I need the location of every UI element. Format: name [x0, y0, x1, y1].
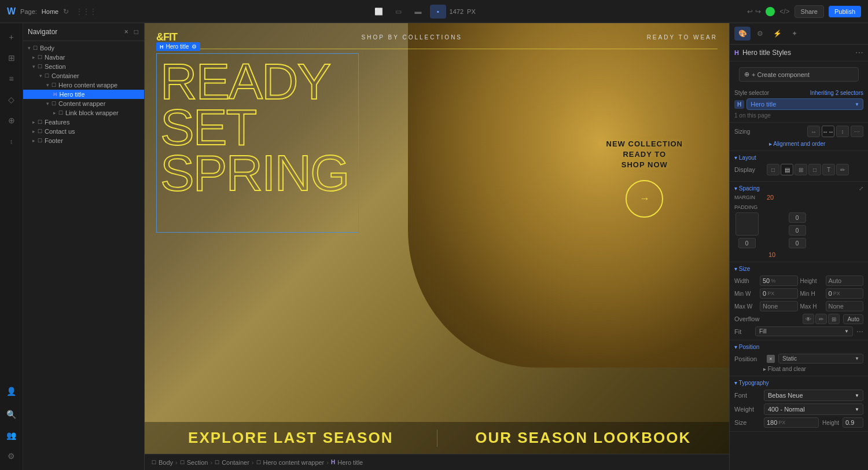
layout-toggle[interactable]: ▾ Layout — [734, 155, 756, 161]
add-element-icon[interactable]: + — [2, 28, 21, 46]
sizing-row: Sizing ↔ ↔↔ ↕ ⋯ — [734, 126, 863, 137]
size-btn-2[interactable]: ↔↔ — [822, 126, 834, 137]
share-button[interactable]: Share — [795, 5, 824, 18]
tree-item-contact[interactable]: ▸ ☐ Contact us — [23, 127, 144, 136]
margin-value[interactable]: 20 — [767, 194, 774, 201]
overflow-auto-value[interactable]: Auto — [843, 314, 863, 324]
viewport-mobile-landscape-btn[interactable]: ▬ — [410, 5, 426, 19]
typography-toggle[interactable]: ▾ Typography — [734, 380, 863, 386]
site-nav-right: READY TO WEAR — [647, 34, 718, 41]
tab-custom[interactable]: ✦ — [786, 27, 803, 41]
spacing-header: ▾ Spacing ⤢ — [734, 185, 863, 192]
interactions-icon[interactable]: ↕ — [2, 132, 21, 150]
components-icon[interactable]: ⊕ — [2, 111, 21, 130]
size-grid: Width 50 % Height Auto — [734, 276, 863, 286]
panel-header-more-icon[interactable]: ⋯ — [855, 48, 863, 57]
tree-item-section[interactable]: ▾ ☐ Section — [23, 62, 144, 71]
sizing-buttons: ↔ ↔↔ ↕ ⋯ — [807, 126, 863, 137]
viewport-mobile-btn[interactable]: ▪ — [430, 5, 446, 19]
height-input[interactable]: Auto — [826, 276, 864, 286]
max-h-input[interactable]: None — [826, 301, 864, 311]
display-inline-btn[interactable]: □ — [808, 164, 821, 175]
spacing-expand-icon[interactable]: ⤢ — [859, 185, 863, 192]
pages-icon[interactable]: ⊞ — [2, 49, 21, 67]
min-w-input[interactable]: 0 PX — [760, 288, 798, 299]
size-btn-3[interactable]: ↕ — [836, 126, 849, 137]
breadcrumb-hero-title[interactable]: H Hero title — [331, 459, 363, 466]
fit-dropdown[interactable]: Fill ▼ — [755, 326, 853, 336]
display-grid-btn[interactable]: ⊞ — [795, 164, 807, 175]
circle-button[interactable]: → — [626, 180, 663, 218]
tree-item-body[interactable]: ▾ ☐ Body — [23, 43, 144, 53]
padding-left-field[interactable]: 0 — [789, 225, 806, 236]
viewport-tablet-btn[interactable]: ▭ — [391, 5, 407, 19]
width-input[interactable]: 50 % — [760, 276, 798, 286]
display-none-btn[interactable]: ✏ — [836, 164, 849, 175]
size-toggle[interactable]: ▾ Size — [734, 266, 863, 272]
tree-item-hero-wrapper[interactable]: ▾ ☐ Hero content wrappe — [23, 80, 144, 90]
tree-label: Section — [45, 63, 66, 70]
tree-item-link-block[interactable]: ▸ ☐ Link block wrapper — [23, 108, 144, 118]
tree-item-navbar[interactable]: ▸ ☐ Navbar — [23, 53, 144, 62]
display-block-btn[interactable]: □ — [767, 164, 779, 175]
tree-item-container[interactable]: ▾ ☐ Container — [23, 71, 144, 80]
settings-icon[interactable]: ⚙ — [2, 447, 21, 465]
size-btn-1[interactable]: ↔ — [807, 126, 820, 137]
position-dropdown[interactable]: Static ▼ — [778, 354, 863, 363]
breadcrumb-container[interactable]: ☐ Container — [215, 459, 249, 466]
position-toggle[interactable]: ▾ Position — [734, 344, 863, 350]
create-component-button[interactable]: ⊕ + Create component — [739, 67, 859, 82]
assets-icon[interactable]: ◇ — [2, 90, 21, 109]
style-selector-dropdown[interactable]: Hero title ▼ — [746, 98, 863, 110]
position-clear-button[interactable]: × — [767, 355, 775, 363]
bottom-right-text: OUR SEASON LOOKBOOK — [437, 429, 730, 447]
inheriting-link[interactable]: Inheriting 2 selectors — [810, 90, 863, 96]
display-text-btn[interactable]: T — [822, 164, 835, 175]
breadcrumb-hero-wrapper[interactable]: ☐ Hero content wrapper — [256, 459, 325, 466]
tab-interactions[interactable]: ⚡ — [769, 27, 785, 41]
type-height-input[interactable]: 0.9 — [843, 417, 863, 428]
padding-top-field[interactable]: 0 — [789, 212, 806, 223]
display-flex-btn[interactable]: ▤ — [781, 164, 793, 175]
on-page-label: 1 on this page — [734, 112, 863, 119]
breadcrumb-section[interactable]: ☐ Section — [180, 459, 208, 466]
team-icon[interactable]: 👥 — [2, 426, 21, 445]
breadcrumb-body[interactable]: ☐ Body — [152, 459, 173, 466]
padding-right-field[interactable]: 0 — [738, 238, 756, 248]
account-icon[interactable]: 👤 — [2, 382, 21, 401]
float-and-clear-link[interactable]: ▸ Float and clear — [734, 366, 863, 372]
navigator-close-button[interactable]: × — [123, 27, 130, 37]
tree-item-features[interactable]: ▸ ☐ Features — [23, 118, 144, 127]
type-size-input[interactable]: 180 PX — [764, 417, 819, 428]
viewport-desktop-btn[interactable]: ⬜ — [371, 5, 387, 19]
refresh-icon[interactable]: ↻ — [63, 8, 69, 16]
min-h-input[interactable]: 0 PX — [826, 288, 864, 299]
tab-settings[interactable]: ⚙ — [752, 27, 768, 41]
size-btn-more[interactable]: ⋯ — [851, 126, 863, 137]
overflow-grid-icon[interactable]: ⊞ — [828, 314, 840, 324]
undo-button[interactable]: ↩ — [747, 8, 753, 16]
tab-style[interactable]: 🎨 — [734, 27, 751, 41]
navigator-expand-button[interactable]: □ — [133, 27, 139, 37]
fit-more-icon[interactable]: ⋯ — [856, 328, 863, 336]
tree-item-footer[interactable]: ▸ ☐ Footer — [23, 136, 144, 145]
max-w-input[interactable]: None — [760, 301, 798, 311]
alignment-link[interactable]: ▸ Alignment and order — [769, 141, 825, 147]
tree-item-hero-title[interactable]: H Hero title — [23, 90, 144, 99]
tree-item-content-wrapper[interactable]: ▾ ☐ Content wrapper — [23, 99, 144, 108]
code-icon[interactable]: </> — [779, 8, 789, 16]
spacing-toggle[interactable]: ▾ Spacing — [734, 185, 760, 192]
navigator-icon[interactable]: ≡ — [2, 69, 21, 88]
overflow-visible-icon[interactable]: 👁 — [803, 314, 814, 324]
overflow-edit-icon[interactable]: ✏ — [815, 314, 827, 324]
publish-button[interactable]: Publish — [829, 6, 861, 17]
redo-button[interactable]: ↪ — [755, 8, 761, 16]
hero-title-content[interactable]: READY SET SPRING — [157, 54, 358, 201]
padding-center — [735, 212, 759, 236]
tree-arrow: ▾ — [46, 101, 49, 107]
weight-dropdown[interactable]: 400 - Normal ▼ — [764, 403, 863, 415]
padding-bottom-field[interactable]: 0 — [789, 238, 806, 248]
new-collection-block: NEW COLLECTION READY TO SHOP NOW → — [606, 139, 683, 218]
search-icon[interactable]: 🔍 — [2, 405, 21, 424]
font-dropdown[interactable]: Bebas Neue ▼ — [764, 390, 863, 401]
